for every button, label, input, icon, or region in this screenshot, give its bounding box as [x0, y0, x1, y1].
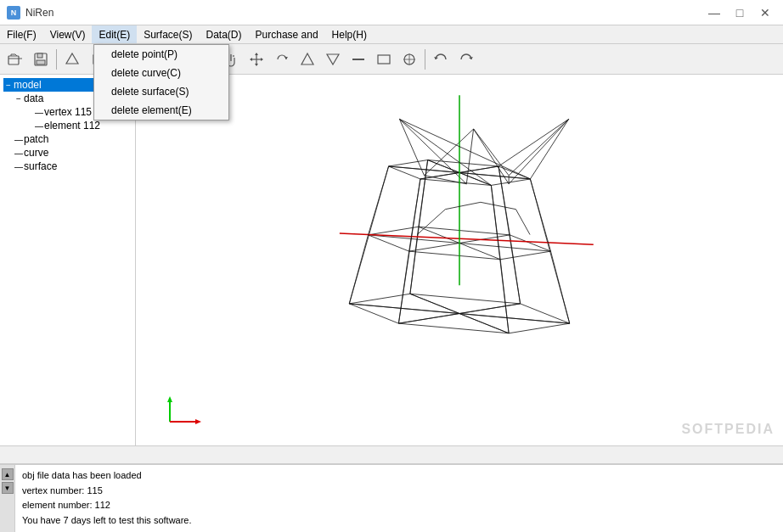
rect-button[interactable]: [372, 48, 396, 71]
tree-element[interactable]: — element 112: [3, 119, 132, 132]
menu-surface[interactable]: Surface(S): [137, 25, 199, 43]
undo-button[interactable]: [429, 48, 453, 71]
close-button[interactable]: ✕: [754, 4, 776, 21]
wireframe-button[interactable]: [60, 48, 84, 71]
svg-rect-28: [378, 55, 390, 64]
crosshair-button[interactable]: [397, 48, 421, 71]
patch-expand-icon: —: [14, 135, 24, 144]
status-bar-top: [0, 445, 783, 464]
dropdown-menu: delete point(P) delete curve(C) delete s…: [93, 44, 229, 120]
log-area: ▲ ▼ obj file data has been loaded vertex…: [0, 464, 783, 532]
app-icon: N: [7, 6, 20, 20]
menu-data[interactable]: Data(D): [200, 25, 249, 43]
data-label: data: [24, 92, 43, 104]
main-area: − model − data — vertex 115 — element 11…: [0, 75, 783, 445]
svg-marker-4: [66, 53, 78, 64]
title-controls: — □ ✕: [703, 4, 776, 21]
rotate-button[interactable]: [270, 48, 294, 71]
tri-up-button[interactable]: [296, 48, 319, 71]
title-bar: N NiRen — □ ✕: [0, 0, 783, 25]
svg-marker-24: [284, 57, 288, 59]
open-button[interactable]: [3, 48, 27, 71]
curve-expand-icon: —: [14, 148, 24, 158]
menu-edit[interactable]: Edit(E): [92, 25, 137, 43]
delete-point-item[interactable]: delete point(P): [94, 45, 228, 64]
svg-marker-21: [255, 64, 258, 66]
redo-button[interactable]: [454, 48, 478, 71]
svg-rect-2: [37, 53, 42, 58]
sidebar: − model − data — vertex 115 — element 11…: [0, 75, 136, 445]
curve-label: curve: [24, 147, 48, 159]
menu-file[interactable]: File(F): [0, 25, 43, 43]
tree-curve[interactable]: — curve: [14, 146, 132, 160]
log-content: obj file data has been loaded vertex num…: [15, 465, 783, 532]
data-expand-icon: −: [14, 94, 24, 104]
log-line-0: obj file data has been loaded: [22, 468, 776, 484]
log-line-1: vertex number: 115: [22, 484, 776, 499]
minimize-button[interactable]: —: [703, 4, 725, 21]
viewport[interactable]: SOFTPEDIA: [136, 75, 783, 445]
element-label: element 112: [44, 120, 100, 132]
delete-element-item[interactable]: delete element(E): [94, 101, 228, 120]
save-button[interactable]: [29, 48, 53, 71]
line-button[interactable]: [346, 48, 370, 71]
move-button[interactable]: [245, 48, 268, 71]
svg-marker-23: [261, 58, 263, 61]
patch-label: patch: [24, 133, 48, 145]
svg-marker-25: [301, 53, 313, 64]
separator-1: [56, 49, 57, 70]
viewport-canvas: [136, 75, 783, 445]
log-line-2: element number: 112: [22, 498, 776, 513]
log-scroll-up[interactable]: ▲: [2, 468, 14, 480]
svg-rect-0: [8, 56, 19, 64]
title-text: NiRen: [25, 7, 54, 19]
tree-surface[interactable]: — surface: [14, 160, 132, 173]
menu-bar: File(F) View(V) Edit(E) Surface(S) Data(…: [0, 25, 783, 44]
tri-down-button[interactable]: [321, 48, 345, 71]
separator-3: [425, 49, 425, 70]
vertex-label: vertex 115: [44, 106, 92, 118]
log-side: ▲ ▼: [0, 465, 15, 532]
menu-view[interactable]: View(V): [43, 25, 93, 43]
tree-patch[interactable]: — patch: [14, 132, 132, 146]
delete-surface-item[interactable]: delete surface(S): [94, 82, 228, 101]
menu-purchase[interactable]: Purchase and: [249, 25, 325, 43]
model-label: model: [14, 79, 42, 91]
surface-label: surface: [24, 160, 57, 172]
model-expand-icon: −: [3, 81, 14, 90]
maximize-button[interactable]: □: [729, 4, 751, 21]
svg-marker-20: [255, 53, 258, 55]
menu-help[interactable]: Help(H): [325, 25, 374, 43]
vertex-expand-icon: —: [34, 108, 44, 117]
svg-rect-3: [37, 60, 45, 64]
svg-marker-26: [327, 54, 339, 64]
title-left: N NiRen: [7, 6, 54, 20]
svg-marker-22: [250, 58, 252, 61]
log-scroll-down[interactable]: ▼: [2, 482, 14, 494]
surface-expand-icon: —: [14, 162, 24, 171]
delete-curve-item[interactable]: delete curve(C): [94, 64, 228, 82]
element-expand-icon: —: [34, 121, 44, 131]
log-line-3: You have 7 days left to test this softwa…: [22, 513, 776, 529]
app-icon-letter: N: [11, 8, 17, 17]
